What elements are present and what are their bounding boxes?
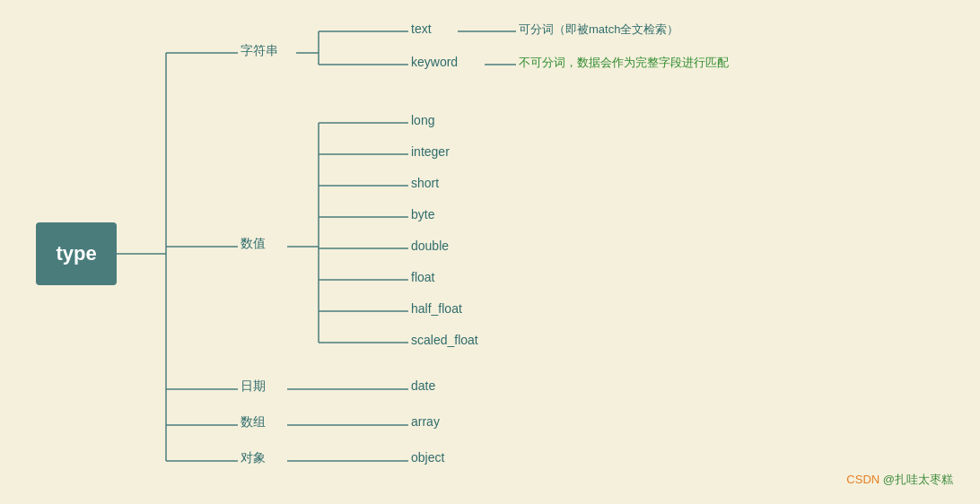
label-object: 对象 — [241, 450, 266, 466]
label-array-val: array — [411, 414, 440, 429]
note-keyword: 不可分词，数据会作为完整字段进行匹配 — [519, 55, 729, 71]
watermark: CSDN @扎哇太枣糕 — [846, 472, 953, 488]
label-half-float: half_float — [411, 301, 462, 316]
label-keyword: keyword — [411, 55, 458, 69]
label-long: long — [411, 113, 434, 127]
label-number: 数值 — [241, 236, 266, 252]
label-short: short — [411, 176, 439, 190]
label-date-val: date — [411, 378, 435, 393]
tree-lines — [0, 0, 980, 504]
watermark-csdn: CSDN — [846, 473, 882, 486]
label-scaled-float: scaled_float — [411, 333, 478, 347]
diagram: type — [0, 0, 980, 504]
label-byte: byte — [411, 207, 434, 222]
label-string: 字符串 — [241, 43, 278, 59]
label-float: float — [411, 270, 434, 284]
watermark-name: @扎哇太枣糕 — [883, 473, 953, 486]
label-text: text — [411, 22, 432, 36]
label-date: 日期 — [241, 378, 266, 395]
label-integer: integer — [411, 144, 450, 159]
note-text: 可分词（即被match全文检索） — [519, 22, 678, 38]
label-double: double — [411, 239, 449, 253]
label-object-val: object — [411, 450, 444, 465]
label-array: 数组 — [241, 414, 266, 430]
